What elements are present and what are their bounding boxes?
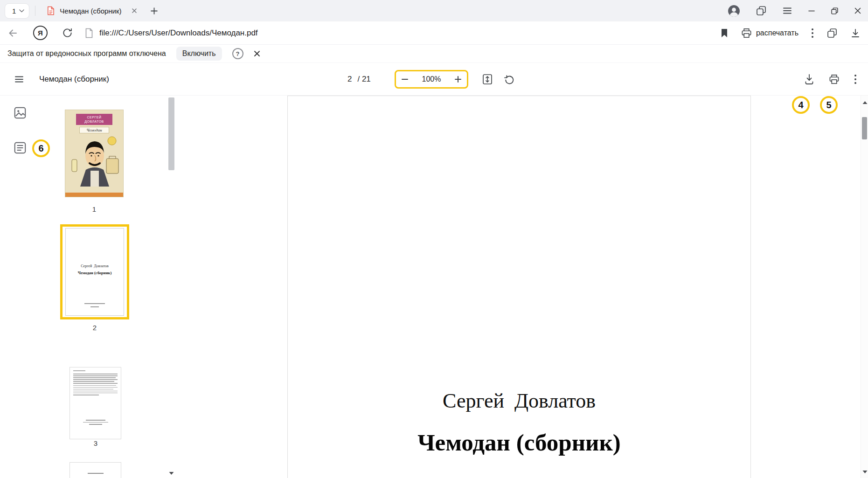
scroll-up-icon[interactable] bbox=[861, 98, 868, 106]
sidebar-scrollbar-thumb[interactable] bbox=[168, 97, 174, 170]
pdf-toolbar-right bbox=[804, 63, 857, 96]
more-options-icon[interactable] bbox=[811, 28, 814, 38]
dismiss-notification-icon[interactable] bbox=[254, 50, 260, 57]
thumbnail-page-1[interactable]: СЕРГЕЙ ДОВЛАТОВ Чемодан bbox=[65, 110, 124, 197]
tab-counter-button[interactable]: 1 bbox=[5, 3, 29, 19]
bookmark-icon[interactable] bbox=[720, 28, 729, 38]
address-bar: Я file:///C:/Users/User/Downloads/Чемода… bbox=[0, 21, 868, 44]
annotation-circle-4: 4 bbox=[792, 96, 810, 114]
download-pdf-icon[interactable] bbox=[804, 74, 814, 85]
tab-groups-icon[interactable] bbox=[756, 5, 767, 16]
window-close-button[interactable] bbox=[854, 7, 861, 14]
sidebar-scrollbar[interactable] bbox=[168, 97, 174, 475]
sidebar-scroll-down-icon[interactable] bbox=[168, 469, 174, 477]
thumb3-header-line bbox=[73, 370, 85, 371]
chevron-down-icon bbox=[19, 9, 24, 13]
downloads-icon[interactable] bbox=[850, 28, 861, 38]
security-message: Защита от вредоносных программ отключена bbox=[7, 49, 166, 58]
window-minimize-button[interactable] bbox=[808, 7, 815, 14]
yandex-logo-letter: Я bbox=[38, 29, 43, 37]
pdf-content-area: СЕРГЕЙ ДОВЛАТОВ Чемодан 1 bbox=[0, 96, 868, 478]
rotate-icon[interactable] bbox=[504, 74, 515, 85]
zoom-out-icon[interactable] bbox=[401, 75, 409, 83]
new-tab-button[interactable] bbox=[150, 7, 158, 15]
navigation-controls: Я bbox=[7, 26, 73, 40]
cover-author-line2: ДОВЛАТОВ bbox=[76, 119, 112, 124]
back-icon[interactable] bbox=[7, 28, 19, 39]
security-notification-bar: Защита от вредоносных программ отключена… bbox=[0, 44, 868, 63]
thumbnails-view-icon[interactable] bbox=[13, 106, 27, 120]
thumb2-publisher-line bbox=[84, 303, 105, 304]
page-indicator[interactable]: 2 / 21 bbox=[347, 63, 371, 96]
thumbnail-label-1: 1 bbox=[64, 205, 125, 213]
tab-title: Чемодан (сборник) bbox=[60, 7, 121, 15]
thumb3-paragraph-lines bbox=[73, 374, 118, 396]
document-title-text: Чемодан (сборник) bbox=[288, 429, 750, 456]
main-scrollbar[interactable] bbox=[861, 96, 868, 478]
main-scrollbar-thumb[interactable] bbox=[862, 117, 867, 139]
cover-author-line1: СЕРГЕЙ bbox=[76, 115, 112, 119]
print-pdf-icon[interactable] bbox=[829, 74, 840, 84]
thumbnail-page-2-content: Сергей Довлатов Чемодан (сборник) bbox=[65, 228, 124, 316]
page-file-icon bbox=[85, 28, 93, 38]
url-text: file:///C:/Users/User/Downloads/Чемодан.… bbox=[99, 28, 258, 38]
tab-bar-right-controls bbox=[728, 5, 861, 17]
cover-author-box: СЕРГЕЙ ДОВЛАТОВ bbox=[76, 114, 112, 125]
print-label: распечатать bbox=[756, 29, 799, 37]
tab-active[interactable]: Чемодан (сборник) bbox=[41, 2, 142, 20]
zoom-in-icon[interactable] bbox=[454, 75, 462, 83]
thumb2-author: Сергей Довлатов bbox=[66, 264, 124, 268]
annotation-circle-5: 5 bbox=[820, 96, 838, 114]
print-page-button[interactable]: распечатать bbox=[741, 28, 799, 38]
thumbnail-page-4-partial[interactable] bbox=[69, 462, 121, 478]
zoom-level: 100% bbox=[422, 75, 441, 83]
outline-view-icon[interactable] bbox=[13, 141, 27, 155]
refresh-icon[interactable] bbox=[62, 28, 73, 38]
pdf-file-icon bbox=[47, 6, 55, 15]
thumb2-title: Чемодан (сборник) bbox=[66, 270, 124, 275]
annotation-circle-6: 6 bbox=[32, 139, 50, 157]
thumb2-year-line bbox=[90, 306, 99, 307]
window-restore-button[interactable] bbox=[831, 7, 839, 15]
address-bar-actions: распечатать bbox=[720, 28, 861, 39]
thumbnail-page-2-selected[interactable]: Сергей Довлатов Чемодан (сборник) bbox=[60, 224, 129, 319]
pdf-more-options-icon[interactable] bbox=[854, 74, 857, 84]
sidebar-toggle-icon[interactable] bbox=[14, 74, 24, 84]
scroll-down-icon[interactable] bbox=[861, 467, 868, 476]
printer-icon bbox=[741, 28, 752, 38]
enable-protection-button[interactable]: Включить bbox=[176, 47, 222, 61]
document-author: Сергей Довлатов bbox=[288, 389, 750, 413]
zoom-controls-highlight: 100% bbox=[395, 70, 468, 89]
pdf-toolbar: Чемодан (сборник) 2 / 21 100% bbox=[0, 63, 868, 96]
help-icon[interactable]: ? bbox=[232, 48, 243, 59]
browser-window: 1 Чемодан (сборник) bbox=[0, 0, 868, 478]
thumbnail-label-2: 2 bbox=[64, 324, 125, 332]
split-view-icon[interactable] bbox=[826, 28, 838, 39]
tab-close-icon[interactable] bbox=[132, 8, 137, 14]
document-page: Сергей Довлатов Чемодан (сборник) bbox=[287, 96, 751, 478]
tab-counter-value: 1 bbox=[12, 7, 16, 15]
tab-bar: 1 Чемодан (сборник) bbox=[0, 0, 868, 21]
tab-separator bbox=[35, 6, 35, 16]
profile-avatar[interactable] bbox=[728, 5, 740, 17]
help-glyph: ? bbox=[236, 50, 240, 57]
thumbnail-page-3[interactable] bbox=[69, 367, 121, 439]
total-pages: / 21 bbox=[357, 75, 370, 84]
browser-menu-icon[interactable] bbox=[782, 6, 792, 16]
cover-caricature-art bbox=[65, 134, 124, 187]
cover-bottom-strip bbox=[65, 193, 123, 197]
yandex-logo-button[interactable]: Я bbox=[33, 26, 48, 40]
document-title: Чемодан (сборник) bbox=[39, 63, 109, 96]
fit-to-page-icon[interactable] bbox=[481, 73, 493, 85]
thumb3-imprint-lines bbox=[70, 420, 121, 426]
current-page[interactable]: 2 bbox=[347, 75, 352, 84]
thumbnail-label-3: 3 bbox=[65, 439, 126, 447]
thumb4-heading-line bbox=[88, 473, 104, 474]
url-field[interactable]: file:///C:/Users/User/Downloads/Чемодан.… bbox=[85, 28, 720, 38]
cover-title: Чемодан bbox=[79, 127, 109, 133]
